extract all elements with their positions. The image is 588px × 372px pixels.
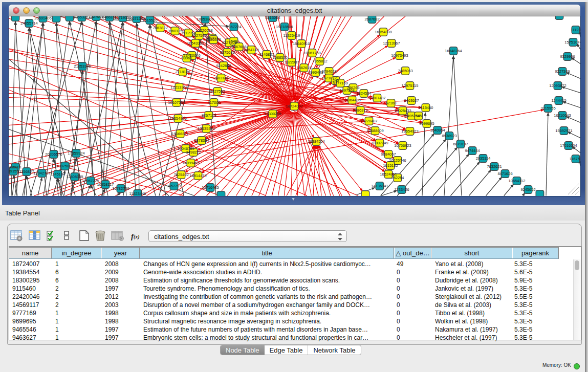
svg-text:10653267: 10653267 xyxy=(73,16,90,19)
svg-text:14136141: 14136141 xyxy=(371,184,388,188)
svg-text:9457791: 9457791 xyxy=(166,184,181,188)
svg-text:7515526: 7515526 xyxy=(142,18,157,23)
svg-text:16914479: 16914479 xyxy=(189,173,206,178)
svg-text:62160: 62160 xyxy=(386,101,397,105)
svg-text:7357224: 7357224 xyxy=(226,25,241,29)
svg-text:8813054: 8813054 xyxy=(265,16,280,20)
svg-text:3375685: 3375685 xyxy=(220,50,234,55)
svg-text:417006: 417006 xyxy=(207,100,220,105)
svg-text:11923446: 11923446 xyxy=(129,191,146,196)
svg-text:10654112: 10654112 xyxy=(509,179,526,183)
svg-text:2935114: 2935114 xyxy=(476,156,491,161)
svg-text:1733426: 1733426 xyxy=(394,187,409,192)
svg-text:8186328: 8186328 xyxy=(206,37,221,42)
svg-text:645: 645 xyxy=(416,114,422,118)
svg-text:3960125: 3960125 xyxy=(167,29,182,33)
svg-text:13535394: 13535394 xyxy=(198,126,214,131)
svg-text:1322037: 1322037 xyxy=(284,60,299,64)
svg-text:12213369: 12213369 xyxy=(170,85,187,90)
svg-text:3215955: 3215955 xyxy=(540,106,555,111)
svg-text:1527602: 1527602 xyxy=(89,16,103,19)
svg-text:1145194: 1145194 xyxy=(51,172,66,177)
svg-text:6879197: 6879197 xyxy=(453,142,468,146)
svg-text:12342737: 12342737 xyxy=(33,171,50,176)
svg-text:20206576: 20206576 xyxy=(45,152,62,157)
svg-text:18724007: 18724007 xyxy=(286,104,302,108)
svg-text:10107554: 10107554 xyxy=(168,100,185,105)
svg-text:10053809: 10053809 xyxy=(197,17,213,21)
svg-text:9245652: 9245652 xyxy=(520,187,535,192)
svg-text:24055714: 24055714 xyxy=(20,21,37,26)
svg-text:17359924: 17359924 xyxy=(68,151,84,156)
svg-text:1244415: 1244415 xyxy=(551,98,566,103)
svg-text:(x): (x) xyxy=(134,234,140,240)
svg-text:12505135: 12505135 xyxy=(66,174,83,179)
svg-text:18807249: 18807249 xyxy=(371,141,388,145)
svg-text:15720407: 15720407 xyxy=(360,119,377,123)
svg-text:10688609: 10688609 xyxy=(366,128,383,133)
svg-text:9242848: 9242848 xyxy=(216,63,231,68)
svg-text:20691406: 20691406 xyxy=(34,16,51,20)
svg-text:10120746: 10120746 xyxy=(389,158,406,163)
svg-text:11325419: 11325419 xyxy=(284,33,300,38)
svg-text:19166827: 19166827 xyxy=(171,132,188,136)
svg-text:15692971: 15692971 xyxy=(555,128,572,133)
svg-text:7485063: 7485063 xyxy=(398,69,412,73)
svg-text:7955812: 7955812 xyxy=(312,59,327,63)
svg-text:9699695: 9699695 xyxy=(419,121,434,126)
svg-text:252254: 252254 xyxy=(391,176,404,180)
svg-text:2603144: 2603144 xyxy=(213,76,228,80)
svg-text:12975115: 12975115 xyxy=(402,83,419,88)
svg-text:3824554: 3824554 xyxy=(356,91,371,96)
svg-text:116753: 116753 xyxy=(570,157,580,161)
svg-text:16648764: 16648764 xyxy=(445,49,462,53)
svg-text:8427552: 8427552 xyxy=(210,89,225,94)
svg-text:19654925: 19654925 xyxy=(169,116,186,121)
svg-text:9115460: 9115460 xyxy=(419,105,433,110)
svg-text:9474444: 9474444 xyxy=(465,148,480,153)
svg-text:12093872: 12093872 xyxy=(549,83,566,88)
svg-text:7663822: 7663822 xyxy=(153,26,167,30)
svg-text:9527505: 9527505 xyxy=(191,33,206,38)
svg-text:8938923: 8938923 xyxy=(442,134,456,138)
svg-text:2718126: 2718126 xyxy=(175,70,190,74)
svg-text:10961758: 10961758 xyxy=(303,51,320,55)
svg-text:16543382: 16543382 xyxy=(187,41,204,46)
svg-text:21053346: 21053346 xyxy=(74,64,91,69)
svg-text:2687682: 2687682 xyxy=(364,17,379,21)
svg-text:17016504: 17016504 xyxy=(560,143,577,148)
svg-text:19654923: 19654923 xyxy=(401,129,418,134)
svg-text:8471626: 8471626 xyxy=(497,171,512,176)
svg-text:1640954: 1640954 xyxy=(430,128,445,133)
svg-text:9777169: 9777169 xyxy=(333,81,347,85)
svg-text:10973493: 10973493 xyxy=(391,53,408,58)
svg-text:6794028: 6794028 xyxy=(321,69,336,74)
svg-text:15751074: 15751074 xyxy=(564,40,580,45)
svg-text:19384554: 19384554 xyxy=(308,139,324,144)
svg-text:19218506: 19218506 xyxy=(276,25,293,29)
svg-text:9146821: 9146821 xyxy=(259,52,274,57)
svg-text:9227349: 9227349 xyxy=(555,69,570,74)
svg-text:7632621: 7632621 xyxy=(487,164,502,169)
svg-text:15716485: 15716485 xyxy=(202,185,219,190)
svg-text:1588520: 1588520 xyxy=(272,55,287,60)
svg-text:10807487: 10807487 xyxy=(368,96,385,100)
svg-text:20364436: 20364436 xyxy=(343,98,360,102)
svg-text:98961: 98961 xyxy=(182,56,192,60)
svg-text:39159: 39159 xyxy=(9,169,18,173)
svg-text:746266: 746266 xyxy=(346,85,359,90)
svg-text:15640910: 15640910 xyxy=(293,41,310,46)
svg-text:546: 546 xyxy=(231,39,237,43)
svg-text:10025433: 10025433 xyxy=(394,108,411,113)
svg-text:9463627: 9463627 xyxy=(404,98,419,103)
svg-text:11123: 11123 xyxy=(571,28,580,32)
svg-text:7986372: 7986372 xyxy=(353,108,367,113)
svg-text:8267115: 8267115 xyxy=(202,113,216,118)
svg-text:8990448: 8990448 xyxy=(308,70,323,75)
svg-text:16154808: 16154808 xyxy=(375,30,391,34)
svg-text:9084067: 9084067 xyxy=(381,152,396,157)
svg-text:1562615: 1562615 xyxy=(296,65,311,70)
svg-text:1615132: 1615132 xyxy=(383,163,398,168)
svg-text:15226058: 15226058 xyxy=(195,28,212,33)
svg-text:14099489: 14099489 xyxy=(182,161,199,165)
